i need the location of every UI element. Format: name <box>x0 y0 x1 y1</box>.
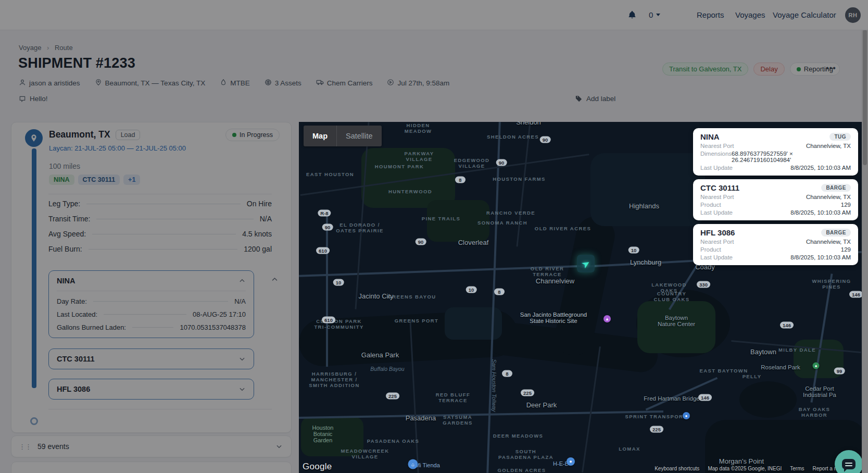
asset-panel-hfl-header[interactable]: HFL 3086 <box>49 379 254 399</box>
stop-title: Beaumont, TX Load <box>49 129 140 140</box>
map-road <box>486 122 501 473</box>
vessel-card[interactable]: CTC 30111BARGENearest PortChannelview, T… <box>693 179 858 220</box>
road-shield: 10 <box>628 247 639 254</box>
stop-pin-icon <box>25 129 43 147</box>
next-card-partial <box>11 462 292 473</box>
status-badge: Transit to Galveston, TX <box>662 63 748 76</box>
map-label: Cedar Port Industrial Pa <box>799 385 841 398</box>
leader-line <box>132 327 173 328</box>
vessel-card-row: Nearest PortChannelview, TX <box>700 239 851 245</box>
map-canvas[interactable]: SheldonHIDDEN MEADOWSHELDON ACRESPARKWAY… <box>299 122 862 473</box>
road-shield: 146 <box>698 394 712 401</box>
road-shield: 610 <box>316 247 330 254</box>
map-label: HIDDEN MEADOW <box>405 122 432 134</box>
chat-button[interactable] <box>835 450 862 473</box>
notification-count-dropdown[interactable]: 0 <box>649 0 660 30</box>
row-value: Channelview, TX <box>806 194 851 200</box>
map-label: Deer Park <box>526 401 557 409</box>
vessel-type-badge: BARGE <box>821 184 851 192</box>
map-attribution: Keyboard shortcutsMap data ©2025 Google,… <box>655 466 857 471</box>
row-label: Dimensions <box>700 151 732 163</box>
meta-text: Beaumont, TX — Texas City, TX <box>105 79 206 87</box>
detail-row: Leg Type:On Hire <box>48 200 272 208</box>
detail-row: Fuel Burn:1200 gal <box>48 245 272 253</box>
map-label: Mi Tienda <box>415 462 440 468</box>
vessel-card-header: HFL 3086BARGE <box>700 228 851 237</box>
vessel-card-list: NINATUGNearest PortChannelview, TXDimens… <box>693 128 858 265</box>
row-value: 8/8/2025, 10:10:03 AM <box>790 165 851 171</box>
nav-link-voyage-calculator[interactable]: Voyage Calculator <box>773 0 836 30</box>
events-bar[interactable]: ⋮⋮ 59 events <box>11 435 292 457</box>
status-badge: Delay <box>753 63 784 76</box>
leg-card: Beaumont, TX Load In Progress Laycan: 21… <box>11 122 292 433</box>
map-label: EAST HOUSTON <box>306 171 354 177</box>
map-park <box>427 200 489 242</box>
map-park <box>301 417 363 456</box>
road-shield: 90 <box>496 159 507 166</box>
status-badges: Transit to Galveston, TXDelayReporting <box>662 63 840 76</box>
detail-row: Transit Time:N/A <box>48 215 272 223</box>
add-label-button[interactable]: Add label <box>575 95 615 103</box>
leader-line <box>92 234 236 234</box>
row-value: 8/8/2025, 10:10:03 AM <box>790 209 851 216</box>
more-actions-button[interactable]: ••• <box>826 64 836 73</box>
scrollbar-thumb[interactable] <box>863 30 867 165</box>
breadcrumb-separator: › <box>47 44 49 52</box>
row-label: Product <box>700 246 721 253</box>
vessel-name: CTC 30111 <box>700 183 739 192</box>
chat-bubble-icon <box>842 459 856 469</box>
laycan-dates[interactable]: Laycan: 21-JUL-25 05:00 — 21-JUL-25 05:0… <box>49 144 186 152</box>
avatar[interactable]: RH <box>845 7 861 23</box>
divider <box>57 291 246 291</box>
row-value: Channelview, TX <box>806 143 851 149</box>
business-poi-icon[interactable]: ● <box>683 412 690 419</box>
nav-link-voyages[interactable]: Voyages <box>735 0 765 30</box>
chevron-up-icon[interactable] <box>271 276 279 283</box>
tag-icon <box>575 95 583 103</box>
row-value: 129 <box>841 246 851 253</box>
asset-panel-ctc-header[interactable]: CTC 30111 <box>49 349 254 369</box>
nav-link-reports[interactable]: Reports <box>697 0 724 30</box>
satellite-button[interactable]: Satellite <box>336 126 382 146</box>
breadcrumb-route[interactable]: Route <box>55 44 73 52</box>
map-label: SOUTH PASADENA PLAZA <box>498 449 553 460</box>
breadcrumb-voyage[interactable]: Voyage <box>19 44 41 52</box>
store-poi-icon[interactable]: ● <box>567 457 575 466</box>
google-logo: Google <box>303 462 332 472</box>
map-road <box>326 216 328 367</box>
map-park <box>361 148 455 208</box>
vessel-card[interactable]: HFL 3086BARGENearest PortChannelview, TX… <box>693 224 858 265</box>
map-label: RANCHO VERDE <box>486 210 535 216</box>
map-label: Jacinto City <box>358 292 393 300</box>
notification-bell-icon[interactable] <box>627 0 637 30</box>
leg-detail-list: Leg Type:On HireTransit Time:N/AAvg Spee… <box>48 200 272 253</box>
asset-panel-hfl-3086: HFL 3086 <box>48 379 254 400</box>
road-shield: 225 <box>386 393 399 400</box>
monument-poi-icon[interactable]: ▲ <box>603 315 611 322</box>
meta-text: MTBE <box>230 79 250 87</box>
chevron-down-icon <box>275 443 283 450</box>
vessel-name: NINA <box>700 132 720 141</box>
map-button[interactable]: Map <box>304 126 336 146</box>
keyboard-shortcuts-link[interactable]: Keyboard shortcuts <box>655 466 699 471</box>
row-value: Channelview, TX <box>806 239 851 245</box>
map-label: PELLY <box>743 374 762 379</box>
map-label: SHELDON ACRES <box>487 134 539 140</box>
vessel-card[interactable]: NINATUGNearest PortChannelview, TXDimens… <box>693 128 858 176</box>
row-label: Product <box>700 202 721 208</box>
vessel-marker[interactable]: ➤ <box>577 255 595 272</box>
terms-link[interactable]: Terms <box>790 466 804 471</box>
asset-chip[interactable]: +1 <box>123 175 140 185</box>
park-poi-icon[interactable]: ♠ <box>813 363 820 369</box>
detail-row: Day Rate:N/A <box>57 297 246 305</box>
store-poi-icon[interactable]: ⌂ <box>408 459 418 469</box>
vessel-card-row: Product129 <box>700 202 851 208</box>
meta-item: MTBE <box>220 79 250 88</box>
asset-panel-nina-header[interactable]: NINA <box>49 271 254 291</box>
row-label: Nearest Port <box>700 239 734 245</box>
asset-chip[interactable]: CTC 30111 <box>78 175 120 185</box>
meta-text: Chem Carriers <box>327 79 373 87</box>
map-label: GOLDEN ACRES <box>498 467 546 473</box>
asset-chip[interactable]: NINA <box>49 175 74 185</box>
road-shield: 146 <box>849 291 862 298</box>
